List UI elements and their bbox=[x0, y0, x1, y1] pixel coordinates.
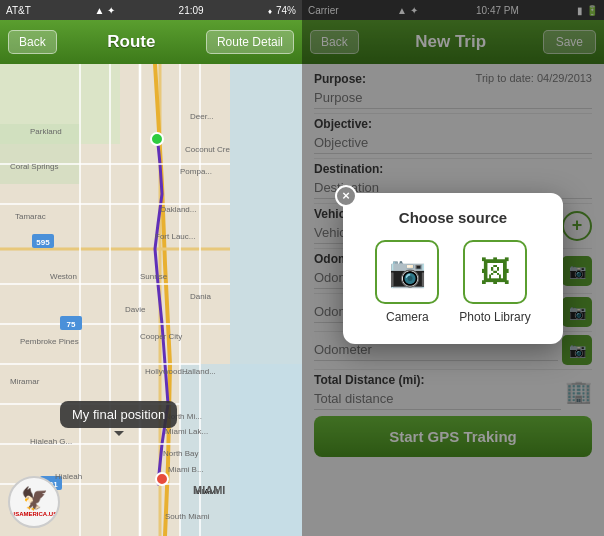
svg-text:Parkland: Parkland bbox=[30, 127, 62, 136]
battery-left: ⬧ 74% bbox=[267, 5, 296, 16]
start-pin bbox=[150, 132, 164, 146]
svg-text:North Bay: North Bay bbox=[163, 449, 199, 458]
svg-text:Pompa...: Pompa... bbox=[180, 167, 212, 176]
map-container[interactable]: 595 75 821 Parkland Coral Springs Tamara… bbox=[0, 64, 302, 536]
map-tooltip: My final position bbox=[60, 401, 177, 428]
svg-text:Coconut Cre: Coconut Cre bbox=[185, 145, 230, 154]
svg-text:South Miami: South Miami bbox=[165, 512, 210, 521]
photo-library-option[interactable]: 🖼 Photo Library bbox=[459, 240, 530, 324]
choose-source-modal: × Choose source 📷 Camera 🖼 Photo Library bbox=[343, 193, 563, 344]
end-pin bbox=[155, 472, 169, 486]
usa-text: USAMERICA.US bbox=[11, 511, 57, 517]
left-panel: AT&T ▲ ✦ 21:09 ⬧ 74% Back Route Route De… bbox=[0, 0, 302, 536]
svg-text:Hialeah: Hialeah bbox=[55, 472, 82, 481]
svg-text:75: 75 bbox=[67, 320, 76, 329]
svg-text:Cooper City: Cooper City bbox=[140, 332, 182, 341]
camera-option[interactable]: 📷 Camera bbox=[375, 240, 439, 324]
svg-text:Fort Lauc...: Fort Lauc... bbox=[155, 232, 195, 241]
map-background: 595 75 821 Parkland Coral Springs Tamara… bbox=[0, 64, 302, 536]
svg-text:Weston: Weston bbox=[50, 272, 77, 281]
back-button-left[interactable]: Back bbox=[8, 30, 57, 54]
modal-options: 📷 Camera 🖼 Photo Library bbox=[363, 240, 543, 324]
svg-text:Miami Lak...: Miami Lak... bbox=[165, 427, 208, 436]
camera-option-icon: 📷 bbox=[375, 240, 439, 304]
status-bar-left: AT&T ▲ ✦ 21:09 ⬧ 74% bbox=[0, 0, 302, 20]
signal-left: ▲ ✦ bbox=[94, 5, 115, 16]
usa-logo: 🦅 USAMERICA.US bbox=[8, 476, 60, 528]
svg-text:MIAMI: MIAMI bbox=[193, 484, 225, 496]
carrier-left: AT&T bbox=[6, 5, 31, 16]
photo-library-icon: 🖼 bbox=[463, 240, 527, 304]
modal-overlay[interactable]: × Choose source 📷 Camera 🖼 Photo Library bbox=[302, 0, 604, 536]
svg-text:Oakland...: Oakland... bbox=[160, 205, 196, 214]
time-left: 21:09 bbox=[179, 5, 204, 16]
svg-text:595: 595 bbox=[36, 238, 50, 247]
svg-text:Sunrise: Sunrise bbox=[140, 272, 168, 281]
svg-text:Miami B...: Miami B... bbox=[168, 465, 204, 474]
photo-library-label: Photo Library bbox=[459, 310, 530, 324]
eagle-icon: 🦅 bbox=[21, 488, 48, 510]
right-panel: Carrier ▲ ✦ 10:47 PM ▮ 🔋 Back New Trip S… bbox=[302, 0, 604, 536]
svg-text:Dania: Dania bbox=[190, 292, 211, 301]
svg-text:Coral Springs: Coral Springs bbox=[10, 162, 58, 171]
svg-text:Pembroke Pines: Pembroke Pines bbox=[20, 337, 79, 346]
nav-bar-left: Back Route Route Detail bbox=[0, 20, 302, 64]
route-detail-button[interactable]: Route Detail bbox=[206, 30, 294, 54]
modal-title: Choose source bbox=[363, 209, 543, 226]
svg-text:Deer...: Deer... bbox=[190, 112, 214, 121]
modal-close-button[interactable]: × bbox=[335, 185, 357, 207]
svg-text:Davie: Davie bbox=[125, 305, 146, 314]
svg-text:Tamarac: Tamarac bbox=[15, 212, 46, 221]
svg-text:Miramar: Miramar bbox=[10, 377, 40, 386]
camera-label: Camera bbox=[386, 310, 429, 324]
svg-text:Halland...: Halland... bbox=[182, 367, 216, 376]
svg-text:Hialeah G...: Hialeah G... bbox=[30, 437, 72, 446]
route-title: Route bbox=[107, 32, 155, 52]
